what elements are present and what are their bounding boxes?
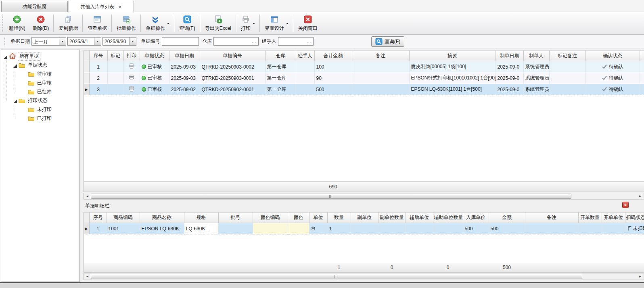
column-header-amount[interactable]: 金额 <box>489 213 525 223</box>
cell-mark[interactable] <box>107 73 123 84</box>
column-header-color_code[interactable]: 颜色编码 <box>253 213 288 223</box>
column-header-handler[interactable]: 经手人 <box>296 51 314 61</box>
column-header-code[interactable]: 商品编码 <box>107 213 140 223</box>
cell-sub_unit[interactable] <box>351 223 378 234</box>
scrollbar-thumb[interactable] <box>91 194 571 199</box>
cell-print[interactable] <box>123 84 140 95</box>
cell-doc_no[interactable]: QTRKD-20250903-0002 <box>200 61 265 73</box>
cell-summary[interactable]: 脆皮乳鸽[00005] 1袋[100] <box>409 61 496 73</box>
warehouse-input[interactable]: … <box>213 37 259 46</box>
column-header-status[interactable]: 单据状态 <box>140 51 169 61</box>
dropdown-arrow-icon[interactable] <box>286 23 289 25</box>
cell-make_date[interactable]: 2025-09-0 <box>496 61 523 73</box>
detail-h-scrollbar[interactable]: ◄ ► <box>84 273 644 280</box>
column-header-qty[interactable]: 数量 <box>327 213 351 223</box>
column-header-batch[interactable]: 批号 <box>218 213 253 223</box>
toolbar-button-close-window[interactable]: 关闭窗口 <box>295 14 321 33</box>
cell-open_unit[interactable] <box>602 223 625 234</box>
column-header-doc_no[interactable]: 单据编号 <box>200 51 265 61</box>
handler-input[interactable]: … <box>278 37 314 46</box>
cell-doc_no[interactable]: QTRKD-20250903-0001 <box>200 73 265 84</box>
cell-mark_remark[interactable] <box>549 84 585 95</box>
cell-remark[interactable] <box>352 84 409 95</box>
chevron-down-icon[interactable]: ▼ <box>94 38 101 45</box>
cell-print[interactable] <box>123 61 140 73</box>
cell-seq[interactable]: 3 <box>89 84 107 95</box>
dropdown-arrow-icon[interactable] <box>167 23 169 25</box>
column-header-print[interactable]: 打印 <box>123 51 140 61</box>
cell-code[interactable]: 1001 <box>107 223 140 234</box>
cell-amount[interactable]: 500 <box>489 223 525 234</box>
toolbar-button-view-doc[interactable]: 查看单据 <box>84 14 111 33</box>
cell-mark_remark[interactable] <box>549 73 585 84</box>
chevron-down-icon[interactable]: ▼ <box>59 38 66 45</box>
cell-print[interactable] <box>123 73 140 84</box>
tree-node-root[interactable]: 所有单据 <box>1 52 79 61</box>
toolbar-button-delete[interactable]: 删除(D) <box>29 14 53 33</box>
toolbar-button-batch-ops[interactable]: 批量操作 <box>113 14 140 33</box>
cell-unit[interactable]: 台 <box>309 223 327 234</box>
cell-open_qty[interactable] <box>578 223 602 234</box>
scroll-right-icon[interactable]: ► <box>637 193 644 199</box>
cell-color[interactable] <box>288 223 309 234</box>
cell-warehouse[interactable]: 第一仓库 <box>265 61 296 73</box>
column-header-color[interactable]: 颜色 <box>288 213 309 223</box>
column-header-scan[interactable]: 扫码状态 <box>625 213 644 223</box>
cell-summary[interactable]: EPSON LQ-630K[1001] 1台[500] <box>409 84 496 95</box>
cell-date[interactable]: 2025-09-03 <box>169 73 200 84</box>
cell-seq[interactable]: 2 <box>89 73 107 84</box>
cell-warehouse[interactable]: 第一仓库 <box>265 84 296 95</box>
column-header-remark[interactable]: 备注 <box>525 213 578 223</box>
main-grid-row[interactable]: 2已审核2025-09-03QTRKD-20250903-0001第一仓库90E… <box>84 73 644 84</box>
dropdown-arrow-icon[interactable] <box>253 23 255 25</box>
chevron-down-icon[interactable]: ▼ <box>129 38 136 45</box>
toolbar-button-print[interactable]: 打印 <box>237 14 259 33</box>
cell-status[interactable]: 已审核 <box>140 61 169 73</box>
tree-node-单据状态[interactable]: 单据状态 <box>1 61 79 69</box>
doc-no-input[interactable] <box>162 37 199 46</box>
column-header-spec[interactable]: 规格 <box>184 213 218 223</box>
toolbar-button-copy-new[interactable]: 复制新增 <box>55 14 82 33</box>
scroll-left-icon[interactable]: ◄ <box>84 273 91 280</box>
close-icon[interactable]: × <box>117 4 122 10</box>
date-from-combo[interactable]: 2025/9/1 ▼ <box>67 37 101 46</box>
cell-status[interactable]: 已审核 <box>140 73 169 84</box>
ellipsis-icon[interactable]: … <box>251 39 257 44</box>
column-header-sub_unit[interactable]: 副单位 <box>351 213 378 223</box>
tree-node-未打印[interactable]: 未打印 <box>1 105 79 114</box>
cell-spec[interactable]: LQ-630K <box>184 223 218 234</box>
tree-node-待审核[interactable]: 待审核 <box>1 69 79 78</box>
scrollbar-track[interactable] <box>91 273 637 280</box>
column-header-mark[interactable]: 标记 <box>107 51 123 61</box>
cell-remark[interactable] <box>352 61 409 73</box>
cell-doc_no[interactable]: QTRKD-20250902-0001 <box>200 84 265 95</box>
expander-icon[interactable] <box>13 99 17 102</box>
column-header-open_unit[interactable]: 开单单位 <box>602 213 625 223</box>
cell-qty[interactable]: 1 <box>327 223 351 234</box>
column-header-summary[interactable]: 摘要 <box>409 51 496 61</box>
column-header-make_date[interactable]: 制单日期 <box>496 51 523 61</box>
cell-scan[interactable]: 未扫码 <box>625 223 644 234</box>
detail-grid-row[interactable]: ▶11001EPSON LQ-630KLQ-630K 台1500500未扫码 <box>84 223 644 234</box>
tree-node-已红冲[interactable]: 已红冲 <box>1 87 79 96</box>
cell-confirm[interactable]: 待确认 <box>585 61 640 73</box>
tree-node-已审核[interactable]: 已审核 <box>1 78 79 87</box>
date-preset-combo[interactable]: 上一月 ▼ <box>31 37 66 46</box>
expander-icon[interactable] <box>13 63 17 67</box>
scroll-right-icon[interactable]: ► <box>637 273 644 280</box>
cell-aux_unit[interactable] <box>406 223 433 234</box>
cell-warehouse[interactable]: 第一仓库 <box>265 73 296 84</box>
cell-seq[interactable]: 1 <box>89 61 107 73</box>
toolbar-button-doc-ops[interactable]: 单据操作 <box>142 14 173 33</box>
cell-remark[interactable] <box>352 73 409 84</box>
cell-maker[interactable]: 系统管理员 <box>523 73 549 84</box>
date-to-combo[interactable]: 2025/9/30 ▼ <box>102 37 136 46</box>
cell-mark[interactable] <box>107 61 123 73</box>
cell-amount[interactable]: 100 <box>314 61 352 73</box>
cell-batch[interactable] <box>218 223 253 234</box>
column-header-aux_unit[interactable]: 辅助单位 <box>406 213 433 223</box>
cell-color_code[interactable] <box>253 223 288 234</box>
toolbar-button-ui-design[interactable]: 界面设计 <box>261 14 292 33</box>
cell-confirm[interactable]: 待确认 <box>585 84 640 95</box>
column-header-price[interactable]: 入库单价 <box>463 213 489 223</box>
